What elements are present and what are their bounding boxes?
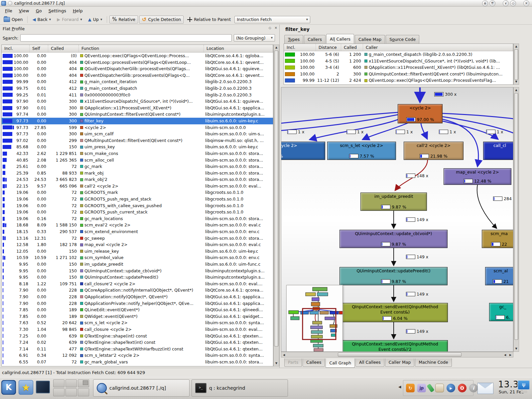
table-row[interactable]: 7.850.00189QLineEdit::event(QEvent*)libQ… [2,307,273,313]
table-row[interactable]: 12.581.80182 178map_eval <cycle 2>libuim… [2,241,273,248]
table-row[interactable]: 22.159.57665 096call'2 <cycle 2>libuim-s… [2,183,273,190]
callers-scrollbar[interactable]: ▲ ▼ [513,44,519,85]
taskbar-task-terminal[interactable]: >_ q : kcachegrind [192,379,288,397]
table-row[interactable]: 100.000.00404QEventDispatcherGlib::proce… [2,72,273,79]
dock-float-icon[interactable]: ◇ [269,26,271,30]
back-dropdown-icon[interactable]: ▼ [49,18,51,21]
column-header-called[interactable]: Called [48,45,79,52]
grouping-combobox[interactable]: (No Grouping) ▼ [234,34,275,42]
table-row[interactable]: 40.852.081 265 365scm_alloc_celllibuim-s… [2,157,273,164]
graph-node[interactable]: call'2 <cycle 2>21.98 % [404,142,464,160]
table-row[interactable]: 13.1612.3172gc_sweeplibuim-scm.so.0.0.0:… [2,235,273,242]
table-row[interactable]: 19.060.0072GCROOTS_push_current_stacklib… [2,209,273,215]
relative-toggle-button[interactable]: % Relative [109,16,138,23]
graph-node[interactable]: im_update_preedit9.87 % [360,193,427,211]
graph-node[interactable]: gc_6. [489,303,513,321]
table-row[interactable]: 42.332.621 229 851scm_make_conslibuim-sc… [2,150,273,157]
table-row[interactable]: 99.750.01412g_main_context_dispatchlibgl… [2,85,273,92]
caller-row[interactable]: 100.002300QUimInputContext::filterEvent(… [284,71,513,77]
column-header-incl[interactable]: Incl. [2,45,30,52]
up-button[interactable]: ▲ Up ▼ [86,16,104,23]
table-row[interactable]: 7.250.00639QTextEngine::shape(int) const… [2,333,273,339]
tab-types[interactable]: Types [284,35,303,44]
table-row[interactable]: 25.610.0072gc_marklibuim-scm.so.0.0.0: s… [2,163,273,170]
table-row[interactable]: 100.000.00404QEventLoop::processEvents(Q… [2,59,273,66]
table-row[interactable]: 19.060.1672gc_mark_locationslibuim-scm.s… [2,215,273,222]
table-row[interactable]: 19.060.0072GCROOTS_push_regs_and_stackli… [2,196,273,202]
tray-opera-icon[interactable]: O [458,384,466,392]
table-row[interactable]: 25.390.8588 933mark_objlibuim-scm.so.0.0… [2,170,273,177]
graph-hscrollbar[interactable]: ◀ ◀ ▶ [281,352,513,357]
column-header-location[interactable]: Location [204,45,273,52]
graph-node[interactable]: map_eval <cycle 2>12.48 % [444,168,511,185]
tray-reload-icon[interactable]: ↻ [406,384,415,392]
tab-callers[interactable]: Callers [304,35,326,44]
table-row[interactable]: 97.7327.85599<cycle 2>libuim-scm.so.0.0.… [2,124,273,131]
table-row[interactable]: 19.060.0072GCROOTS_marklibgcroots.so.0.1… [2,189,273,196]
table-row[interactable]: 7.900.00228QApplication::notify(QObject*… [2,294,273,300]
maximize-icon[interactable]: ◇ [510,0,516,6]
table-row[interactable]: 97.020.00299QMultiInputContext::filterEv… [2,137,273,144]
pager-desktop[interactable] [78,379,89,387]
pager-desktop[interactable] [66,388,77,396]
open-button[interactable]: Open [1,16,25,23]
menu-file[interactable]: File [2,8,15,14]
tray-clipboard-icon[interactable] [435,384,444,392]
column-header-called[interactable]: Called [341,44,363,51]
table-row[interactable]: 9.950.00150QUimInputContext::updatePreed… [2,274,273,281]
table-row[interactable]: 7.301.0498 845call_closure <cycle 2>libu… [2,326,273,333]
table-row[interactable]: 7.850.00189QWidget::event(QEvent*)libQtG… [2,313,273,320]
table-row[interactable]: 18.688.091 588 150scm_eval'2 <cycle 2>li… [2,222,273,228]
graph-node[interactable]: cycle 2>% [281,142,325,160]
tray-input-method-icon[interactable]: jp [417,384,426,392]
table-row[interactable]: 6.550.0772gc_mark_global_varslibuim-scm.… [2,359,273,365]
table-row[interactable]: 100.000.00404QGuiEventDispatcherGlib::pr… [2,66,273,72]
table-row[interactable]: 97.730.00300uim_scm_callflibuim-scm.so.0… [2,131,273,137]
call-graph[interactable]: <cycle 2>97.00 %cycle 2>%scm_s_let <cycl… [281,87,513,352]
table-row[interactable]: 8.181.22109 751call_closure'2 <cycle 2>l… [2,281,273,287]
pager-desktop[interactable] [53,379,65,387]
keep-below-icon[interactable]: ⇊ [482,0,488,6]
terminal-launcher[interactable] [36,381,50,393]
close-icon[interactable]: × [523,0,529,6]
mail-icon[interactable] [477,383,493,394]
caller-row[interactable]: 100.004-5 (5)1 200x11EventSourceDispatch… [284,58,513,65]
back-button[interactable]: ◀ Back ▼ [30,16,53,23]
event-type-combobox[interactable]: Instruction Fetch ▼ [234,16,310,23]
tab-call-graph[interactable]: Call Graph [326,358,355,368]
cycle-detection-button[interactable]: ↺ Cycle Detection [139,16,184,24]
window-titlebar[interactable]: callgrind.out.28677 [./q] ⇊ ⇈ ∨ ◇ × [0,0,532,7]
pager-desktop[interactable] [53,388,65,396]
table-row[interactable]: 10.5910.591 271 102scm_symbol_valuelibui… [2,254,273,261]
forward-dropdown-icon[interactable]: ▼ [80,18,82,21]
menu-go[interactable]: Go [33,8,45,14]
tab-machine-code[interactable]: Machine Code [415,358,452,367]
pager-desktop[interactable] [78,388,89,396]
keep-above-icon[interactable]: ⇈ [489,0,495,6]
tab-all-callees[interactable]: All Callees [355,358,384,367]
tray-media-player-icon[interactable]: ▶ [447,384,455,392]
tray-plug-icon[interactable] [427,384,435,393]
column-header-incl[interactable]: Incl. [284,44,316,51]
table-row[interactable]: 85.680.00150uim_press_keylibuim.so.6.0.0… [2,144,273,150]
table-row[interactable]: 7.240.02639QTextEngine::shapeText(int) c… [2,339,273,346]
dock-close-icon[interactable]: × [275,26,277,30]
tab-callees[interactable]: Callees [303,358,325,367]
table-row[interactable]: 24.5324.533 665 823mark_obj'2libuim-scm.… [2,176,273,183]
graph-vscrollbar[interactable]: ▲ ▼ [513,87,519,352]
table-row[interactable]: 100.000.00(0)QEventLoop::exec(QFlags<QEv… [2,53,273,59]
tray-info-icon[interactable]: i [469,384,478,392]
graph-node[interactable]: call_cl [483,142,513,160]
table-row[interactable]: 9.950.00150im_update_preeditlibuim.so.6.… [2,261,273,268]
graph-node[interactable]: QUimInputContext::update_cb(void*)9.87 % [339,230,448,248]
graph-node[interactable]: QUimInputContext::updatePreedit()9.87 % [339,267,448,285]
table-row[interactable]: 7.140.11477QTextEngine::shapeTextWithHar… [2,346,273,352]
column-header-caller[interactable]: Caller [363,44,513,51]
pager-desktop[interactable] [66,379,77,387]
forward-button[interactable]: ▶ Forward ▼ [55,16,84,23]
bookmarks-launcher[interactable]: ★ [19,380,33,395]
table-row[interactable]: 7.630.5220 642scm_s_let <cycle 2>libuim-… [2,320,273,326]
caller-row[interactable]: 99.9911-12 (12)2 424QEventLoop::exec(QFl… [284,77,513,84]
menu-help[interactable]: Help [70,8,86,14]
graph-node[interactable]: <cycle 2>97.00 % [398,104,443,123]
